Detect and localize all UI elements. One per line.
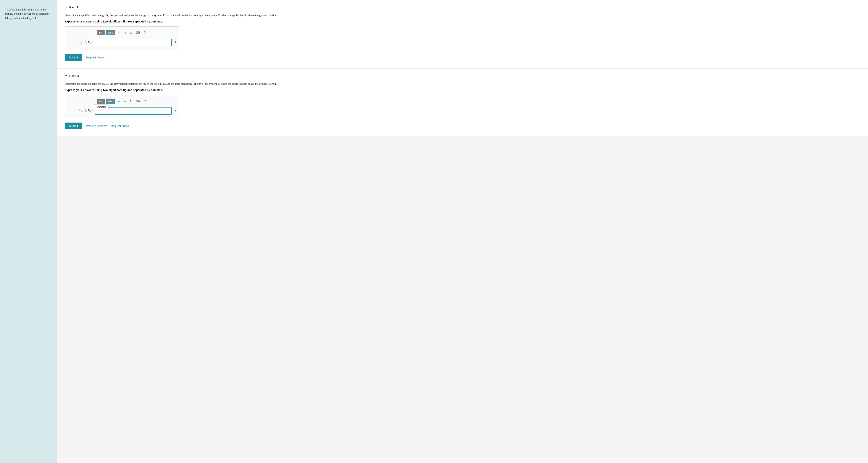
part-a-input-row: Ka, Ua, Ea = J [68, 39, 176, 46]
sidebar: A 0.25 kg apple falls from a tree to the… [0, 0, 57, 463]
part-b-keyboard-button[interactable]: ⌨ [135, 99, 142, 104]
part-a-section: ▼ Part A Determine the apple's kinetic e… [57, 0, 868, 68]
part-b-redo-button[interactable]: ↪ [122, 99, 127, 104]
part-a-greek-label: ΑΣφ [108, 31, 113, 34]
part-b-greek-button[interactable]: ΑΣφ [106, 99, 115, 104]
part-a-input-label: Ka, Ua, Ea = [68, 41, 93, 44]
main-content: ▼ Part A Determine the apple's kinetic e… [57, 0, 868, 463]
part-a-undo-button[interactable]: ↩ [116, 30, 121, 36]
part-a-request-answer-button[interactable]: Request Answer [86, 56, 105, 59]
part-a-title: Part A [69, 5, 79, 9]
part-a-answer-box: ■√□ ΑΣφ ↩ ↪ ↻ ⌨ ? Ka, Ua, Ea = J [65, 27, 179, 50]
part-b-undo-button[interactable]: ↩ [116, 99, 121, 104]
problem-text: A 0.25 kg apple falls from a tree to the… [5, 8, 53, 20]
part-a-help-button[interactable]: ? [143, 30, 147, 35]
part-b-templates-wrapper: ■√□ Templates [97, 99, 105, 104]
part-b-description: Determine the apple's kinetic energy, K,… [65, 81, 860, 86]
part-a-templates-button[interactable]: ■√□ [97, 30, 105, 35]
part-b-toolbar: ■√□ Templates ΑΣφ ↩ ↪ ↻ ⌨ ? [68, 99, 176, 104]
part-a-collapse-arrow[interactable]: ▼ [65, 6, 67, 9]
part-b-instruction: Express your answers using two significa… [65, 89, 860, 92]
part-a-answer-input[interactable] [95, 39, 172, 46]
part-b-unit: J [175, 109, 176, 112]
part-b-collapse-arrow[interactable]: ▼ [65, 74, 67, 77]
part-a-action-row: Submit Request Answer [65, 54, 860, 61]
part-b-greek-label: ΑΣφ [108, 100, 113, 103]
part-b-refresh-button[interactable]: ↻ [129, 99, 133, 104]
part-b-input-row: Kb, Ub, Eb = J [68, 107, 176, 115]
part-a-instruction: Express your answers using two significa… [65, 20, 860, 23]
part-a-keyboard-button[interactable]: ⌨ [135, 30, 142, 36]
part-a-math-icon: ■√□ [99, 31, 103, 34]
part-b-submit-button[interactable]: Submit [65, 123, 82, 129]
part-a-redo-button[interactable]: ↪ [122, 30, 127, 36]
part-b-header: ▼ Part B [65, 74, 860, 78]
part-b-action-row: Submit Previous Answers Request Answer [65, 123, 860, 129]
part-a-unit: J [175, 41, 176, 44]
part-b-request-answer-button[interactable]: Request Answer [111, 125, 130, 128]
part-a-greek-button[interactable]: ΑΣφ [106, 30, 115, 35]
part-a-description: Determine the apple's kinetic energy, K,… [65, 13, 860, 18]
part-b-tooltip: Templates [93, 104, 108, 109]
part-b-answer-box: ■√□ Templates ΑΣφ ↩ ↪ ↻ ⌨ ? Kb, Ub, Eb =… [65, 95, 179, 119]
part-a-refresh-button[interactable]: ↻ [129, 30, 133, 36]
part-a-toolbar: ■√□ ΑΣφ ↩ ↪ ↻ ⌨ ? [68, 30, 176, 36]
part-b-help-button[interactable]: ? [143, 99, 147, 104]
part-b-title: Part B [69, 74, 79, 78]
part-b-previous-answers-button[interactable]: Previous Answers [86, 125, 107, 128]
part-b-section: ▼ Part B Determine the apple's kinetic e… [57, 68, 868, 136]
part-b-input-label: Kb, Ub, Eb = [68, 109, 93, 113]
part-a-header: ▼ Part A [65, 5, 860, 9]
part-b-math-icon: ■√□ [99, 100, 103, 103]
part-b-templates-button[interactable]: ■√□ [97, 99, 105, 104]
part-a-submit-button[interactable]: Submit [65, 54, 82, 61]
